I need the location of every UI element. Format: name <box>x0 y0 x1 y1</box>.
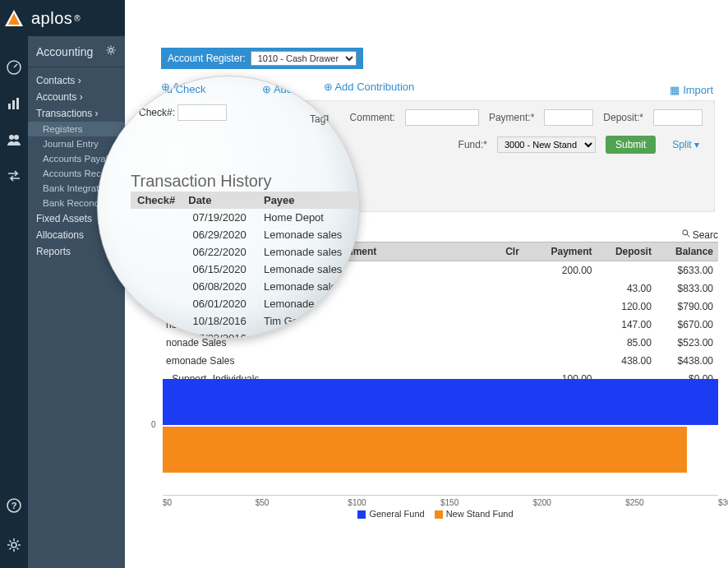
module-label: Accounting <box>36 45 93 58</box>
svg-rect-5 <box>16 98 19 109</box>
account-register-row: Account Register: 1010 - Cash Drawer <box>161 48 728 69</box>
people-icon[interactable] <box>6 132 22 151</box>
search-icon <box>681 229 691 241</box>
brand-row: aplos ® <box>28 0 125 36</box>
column-header[interactable]: Payment <box>531 242 597 261</box>
comment-label: Comment: <box>350 112 395 123</box>
account-register-label: Account Register: <box>168 53 246 64</box>
icon-rail: ? <box>0 0 28 568</box>
mag-check-input <box>177 104 227 121</box>
fund-chart: 0 General FundNew Stand Fund $0$50$100$1… <box>143 379 718 519</box>
import-link[interactable]: ▦ Import <box>670 84 713 96</box>
svg-point-7 <box>14 135 19 140</box>
chart-bar <box>163 379 718 425</box>
table-row[interactable]: emonade Sales438.00$438.00 <box>161 352 718 370</box>
fund-label: Fund:* <box>458 139 487 150</box>
fund-select[interactable]: 3000 - New Stand F <box>497 136 596 153</box>
transaction-history-title: Transaction History <box>131 172 272 191</box>
split-link[interactable]: Split ▾ <box>672 139 699 150</box>
column-header[interactable]: Clr <box>500 242 531 261</box>
chart-legend: General FundNew Stand Fund <box>143 509 718 519</box>
add-contribution-button[interactable]: ⊕ Add Contribution <box>324 81 415 93</box>
help-icon[interactable]: ? <box>6 497 22 517</box>
deposit-label: Deposit:* <box>603 112 643 123</box>
column-header[interactable]: Balance <box>657 242 718 261</box>
reports-icon[interactable] <box>6 95 22 115</box>
sidebar-item[interactable]: Contacts › <box>28 72 125 89</box>
plus-icon: ⊕ <box>324 81 335 93</box>
account-register-select[interactable]: 1010 - Cash Drawer <box>251 51 357 66</box>
magnifier-overlay: ⊕ Add Check ⊕ Add Contribution Check#: T… <box>97 76 360 339</box>
comment-input[interactable] <box>405 109 479 126</box>
column-header[interactable]: Deposit <box>597 242 656 261</box>
submit-button[interactable]: Submit <box>606 136 656 154</box>
svg-rect-4 <box>12 100 15 109</box>
transfer-icon[interactable] <box>6 168 22 187</box>
svg-point-12 <box>682 230 687 235</box>
svg-point-6 <box>9 135 14 140</box>
payment-input[interactable] <box>544 109 593 126</box>
payment-label: Payment:* <box>489 112 534 123</box>
sidebar-item[interactable]: Accounts › <box>28 89 125 105</box>
search-link[interactable]: Searc <box>681 229 718 241</box>
gear-icon[interactable] <box>6 537 22 556</box>
sidebar-item[interactable]: Transactions › <box>28 105 125 122</box>
deposit-input[interactable] <box>653 109 703 126</box>
svg-point-11 <box>109 48 113 52</box>
sidebar-item[interactable]: Registers <box>28 122 125 136</box>
svg-point-10 <box>12 543 16 547</box>
brand-name: aplos <box>31 9 72 28</box>
gear-icon[interactable] <box>105 44 117 58</box>
svg-rect-3 <box>8 104 11 109</box>
dashboard-icon[interactable] <box>6 59 22 79</box>
grid-icon: ▦ <box>670 84 680 96</box>
logo-icon <box>3 8 25 33</box>
sidebar-module-header[interactable]: Accounting <box>28 36 125 67</box>
svg-text:?: ? <box>12 501 17 510</box>
chart-bar <box>163 427 687 473</box>
sidebar: Accounting Contacts ›Accounts ›Transacti… <box>28 36 125 568</box>
